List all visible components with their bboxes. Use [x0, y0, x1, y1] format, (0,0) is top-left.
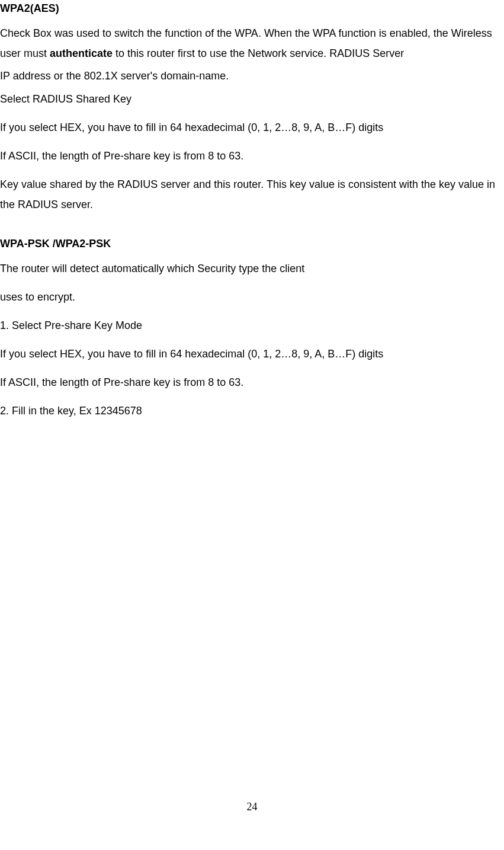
paragraph: uses to encrypt.	[0, 287, 504, 307]
paragraph: 2. Fill in the key, Ex 12345678	[0, 401, 504, 421]
text-fragment: to this router first to use the Network …	[113, 47, 404, 59]
paragraph: IP address or the 802.1X server's domain…	[0, 66, 504, 86]
section-spacer	[0, 223, 504, 235]
document-page: WPA2(AES) Check Box was used to switch t…	[0, 2, 504, 837]
paragraph: If you select HEX, you have to fill in 6…	[0, 117, 504, 138]
paragraph: If you select HEX, you have to fill in 6…	[0, 344, 504, 364]
paragraph: The router will detect automatically whi…	[0, 258, 504, 279]
text-bold-authenticate: authenticate	[50, 47, 113, 59]
paragraph: Select RADIUS Shared Key	[0, 89, 504, 109]
section-heading-wpa2-aes: WPA2(AES)	[0, 2, 504, 15]
section-heading-wpa-psk: WPA-PSK /WPA2-PSK	[0, 238, 504, 250]
paragraph: 1. Select Pre-share Key Mode	[0, 315, 504, 335]
page-number: 24	[0, 801, 504, 813]
paragraph: Key value shared by the RADIUS server an…	[0, 174, 504, 215]
paragraph: Check Box was used to switch the functio…	[0, 23, 504, 63]
paragraph: If ASCII, the length of Pre-share key is…	[0, 372, 504, 392]
paragraph: If ASCII, the length of Pre-share key is…	[0, 146, 504, 166]
